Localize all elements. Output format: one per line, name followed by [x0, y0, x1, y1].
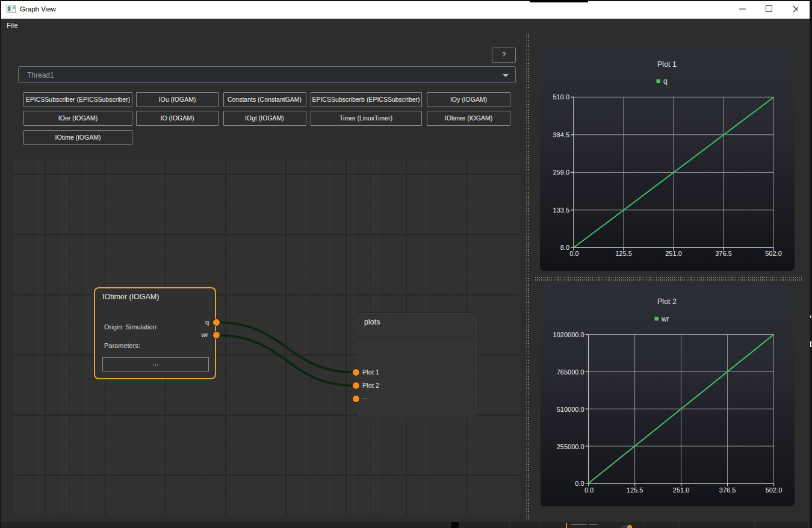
svg-text:wr: wr: [661, 315, 669, 323]
svg-text:376.5: 376.5: [719, 486, 736, 494]
svg-text:1020000.0: 1020000.0: [553, 331, 584, 338]
svg-text:Plot 2: Plot 2: [657, 297, 677, 306]
svg-text:255000.0: 255000.0: [557, 443, 584, 450]
svg-text:0.0: 0.0: [569, 250, 578, 257]
svg-text:502.0: 502.0: [765, 250, 782, 257]
svg-text:384.5: 384.5: [553, 131, 569, 138]
svg-text:125.5: 125.5: [627, 486, 643, 494]
svg-text:125.5: 125.5: [615, 250, 632, 257]
svg-text:133.5: 133.5: [553, 207, 569, 214]
svg-text:251.0: 251.0: [673, 486, 690, 494]
svg-text:510000.0: 510000.0: [557, 406, 584, 413]
svg-text:259.0: 259.0: [553, 169, 569, 176]
svg-text:q: q: [663, 77, 668, 85]
svg-text:8.0: 8.0: [560, 244, 569, 251]
svg-text:510.0: 510.0: [553, 93, 569, 101]
svg-text:376.5: 376.5: [715, 250, 732, 257]
svg-text:502.0: 502.0: [766, 486, 783, 494]
svg-text:251.0: 251.0: [665, 250, 682, 257]
svg-text:0.0: 0.0: [584, 486, 594, 494]
svg-text:765000.0: 765000.0: [557, 368, 584, 376]
svg-text:0.0: 0.0: [575, 480, 584, 487]
svg-text:Plot 1: Plot 1: [657, 60, 677, 69]
